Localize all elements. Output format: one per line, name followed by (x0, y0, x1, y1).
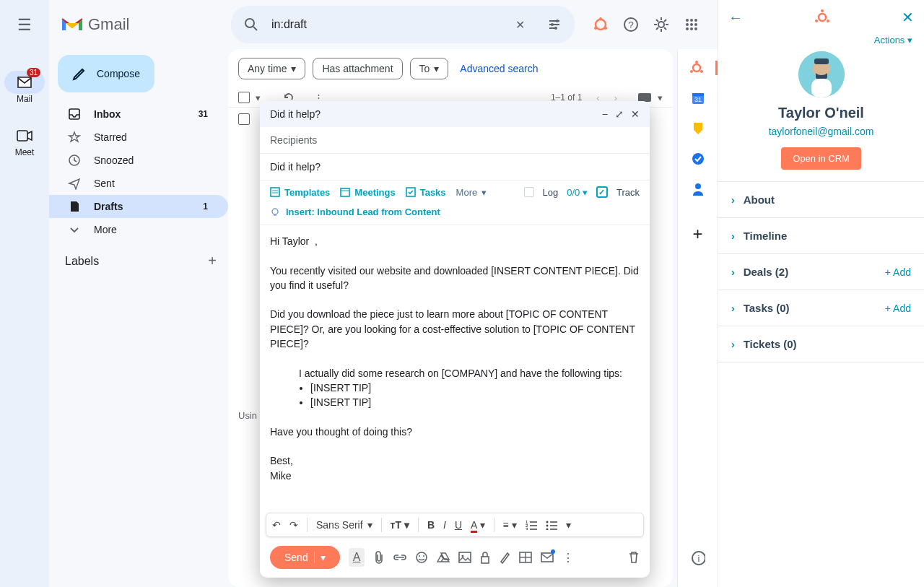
underline-icon[interactable]: U (455, 519, 462, 531)
rail-mail[interactable]: 31 Mail (4, 64, 45, 111)
drive-icon[interactable] (437, 552, 450, 563)
gmail-logo[interactable]: Gmail (61, 15, 219, 34)
open-crm-button[interactable]: Open in CRM (781, 147, 861, 170)
nav-drafts[interactable]: Drafts 1 (49, 195, 228, 218)
add-addon-icon[interactable]: + (691, 227, 705, 241)
calendar-rail-icon[interactable]: 31 (691, 91, 705, 105)
bold-icon[interactable]: B (427, 519, 435, 531)
format-more-icon[interactable]: ▾ (566, 519, 571, 531)
section-tickets[interactable]: ›Tickets (0) (718, 326, 924, 362)
nav-snoozed[interactable]: Snoozed (49, 149, 228, 172)
keep-rail-icon[interactable] (691, 121, 705, 136)
clear-search-icon[interactable]: ✕ (505, 10, 534, 39)
select-all-checkbox[interactable] (238, 92, 250, 103)
layout-icon[interactable] (519, 552, 532, 563)
minimize-icon[interactable]: − (602, 108, 608, 120)
nav-starred[interactable]: Starred (49, 126, 228, 149)
row-checkbox[interactable] (238, 113, 250, 125)
hubspot-rail-icon[interactable] (689, 61, 704, 75)
contact-name: Taylor O'neil (718, 105, 924, 121)
nav-more[interactable]: More (49, 218, 228, 241)
redo-icon[interactable]: ↷ (289, 519, 298, 531)
add-deal-link[interactable]: + Add (885, 266, 911, 278)
link-icon[interactable] (393, 554, 406, 561)
align-icon[interactable]: ≡ ▾ (503, 519, 517, 531)
text-color-icon[interactable]: A ▾ (471, 519, 484, 531)
panel-close-icon[interactable]: ✕ (902, 9, 914, 26)
send-button[interactable]: Send▾ (270, 546, 340, 569)
expand-icon[interactable]: ⤢ (615, 108, 624, 120)
hub-more[interactable]: More ▾ (456, 187, 487, 198)
undo-icon[interactable]: ↶ (272, 519, 281, 531)
chip-any-time[interactable]: Any time ▾ (238, 58, 305, 79)
format-toggle-icon[interactable]: A (349, 548, 365, 567)
compose-body[interactable]: Hi Taylor ,You recently visited our webs… (260, 225, 650, 513)
confidential-icon[interactable] (480, 551, 490, 564)
settings-icon[interactable] (647, 10, 676, 39)
font-picker[interactable]: Sans Serif ▾ (316, 519, 372, 531)
hubspot-header-icon[interactable] (586, 10, 615, 39)
schedule-icon[interactable] (541, 552, 554, 562)
tasks-rail-icon[interactable] (691, 152, 705, 166)
emoji-icon[interactable] (415, 551, 428, 564)
chevron-down-icon[interactable]: ▾ (658, 92, 663, 103)
section-about[interactable]: ›About (718, 181, 924, 217)
sidebar: Compose Inbox 31 Starred Snoozed (49, 49, 228, 587)
app-rail: ☰ 31 Mail Meet (0, 0, 49, 587)
hub-meetings[interactable]: Meetings (340, 187, 395, 198)
hub-tasks[interactable]: Tasks (406, 187, 446, 198)
search-options-icon[interactable] (540, 10, 569, 39)
chip-has-attachment[interactable]: Has attachment (313, 58, 402, 79)
nav-label: Starred (94, 131, 127, 143)
compose-action-bar: Send▾ A ⋮ (260, 537, 650, 578)
chip-to[interactable]: To ▾ (410, 58, 449, 79)
attach-icon[interactable] (373, 551, 385, 564)
signature-icon[interactable] (499, 551, 510, 564)
log-count[interactable]: 0/0 ▾ (567, 187, 588, 198)
search-input[interactable] (271, 18, 500, 31)
info-rail-icon[interactable]: i (691, 551, 705, 565)
image-icon[interactable] (458, 552, 471, 563)
compose-button[interactable]: Compose (58, 55, 154, 92)
log-checkbox[interactable] (524, 187, 534, 197)
add-label-icon[interactable]: + (208, 253, 217, 269)
compose-header[interactable]: Did it help? − ⤢ ✕ (260, 101, 650, 127)
labels-title: Labels (65, 255, 99, 268)
panel-back-icon[interactable]: ← (728, 9, 743, 26)
search-box[interactable]: ✕ (231, 6, 575, 43)
panel-actions-menu[interactable]: Actions ▾ (718, 35, 924, 45)
contacts-rail-icon[interactable] (691, 182, 705, 196)
nav-inbox[interactable]: Inbox 31 (49, 103, 228, 126)
contact-email[interactable]: taylorfoneil@gmail.com (718, 126, 924, 137)
compose-label: Compose (97, 68, 140, 79)
nav-sent[interactable]: Sent (49, 172, 228, 195)
advanced-search-link[interactable]: Advanced search (460, 63, 538, 74)
font-size-icon[interactable]: тT ▾ (391, 519, 409, 531)
bulb-icon (270, 207, 280, 217)
search-icon[interactable] (237, 10, 266, 39)
section-deals[interactable]: ›Deals (2)+ Add (718, 253, 924, 290)
svg-point-56 (417, 552, 427, 562)
section-tasks[interactable]: ›Tasks (0)+ Add (718, 290, 924, 326)
bullet-list-icon[interactable] (546, 520, 557, 530)
close-icon[interactable]: ✕ (631, 108, 640, 120)
hubspot-panel: ← ✕ Actions ▾ Taylor O'neil taylorfoneil… (718, 0, 924, 587)
discard-icon[interactable] (628, 551, 640, 564)
svg-point-68 (815, 19, 818, 22)
menu-icon[interactable]: ☰ (10, 9, 39, 42)
support-icon[interactable]: ? (616, 10, 645, 39)
add-task-link[interactable]: + Add (885, 303, 911, 314)
numbered-list-icon[interactable]: 123 (526, 520, 537, 530)
chevron-down-icon: ▾ (434, 63, 439, 74)
more-options-icon[interactable]: ⋮ (562, 551, 574, 565)
insert-snippet-row[interactable]: Insert: Inbound Lead from Content (260, 204, 650, 225)
rail-meet[interactable]: Meet (4, 117, 45, 165)
subject-field[interactable]: Did it help? (260, 154, 650, 181)
recipients-field[interactable]: Recipients (260, 127, 650, 154)
hub-templates[interactable]: Templates (270, 187, 330, 198)
track-checkbox[interactable]: ✓ (596, 186, 608, 198)
section-timeline[interactable]: ›Timeline (718, 217, 924, 253)
select-caret-icon[interactable]: ▾ (256, 92, 261, 103)
apps-icon[interactable] (677, 10, 706, 39)
italic-icon[interactable]: I (443, 519, 446, 531)
